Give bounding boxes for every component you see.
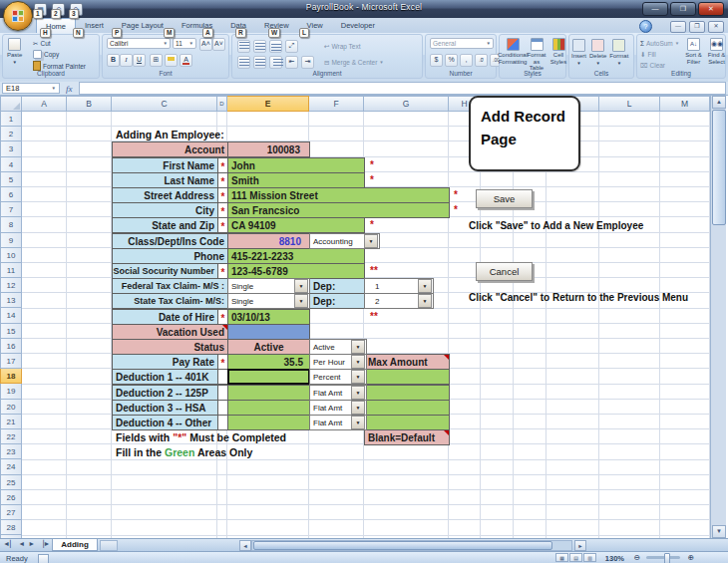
horizontal-scroll-thumb[interactable] xyxy=(253,541,552,550)
row-header-13[interactable]: 13 xyxy=(0,293,22,308)
tab-developer[interactable]: Developer xyxy=(332,18,384,33)
hire-date-input-cell[interactable]: 03/10/13 xyxy=(227,309,310,325)
workbook-close-button[interactable]: ✕ xyxy=(708,21,724,33)
class-code-dropdown[interactable]: Accounting▼ xyxy=(309,233,380,249)
normal-view-icon[interactable]: ▦ xyxy=(555,553,568,562)
row-header-5[interactable]: 5 xyxy=(0,172,22,187)
align-middle-icon[interactable] xyxy=(253,40,266,53)
row-header-17[interactable]: 17 xyxy=(0,354,22,369)
column-header-M[interactable]: M xyxy=(660,96,710,112)
format-cells-button[interactable]: Format▼ xyxy=(609,39,628,67)
autosum-button[interactable]: ΣAutoSum▼ xyxy=(640,39,679,48)
pay-rate-unit-dropdown[interactable]: Per Hour▼ xyxy=(309,354,367,370)
italic-button[interactable]: I xyxy=(120,54,133,67)
name-box[interactable]: E18▼ xyxy=(2,83,60,94)
align-right-icon[interactable] xyxy=(269,56,282,69)
street-input-cell[interactable]: 111 Mission Street xyxy=(227,187,450,203)
phone-input-cell[interactable]: 415-221-2233 xyxy=(227,248,365,264)
align-top-icon[interactable] xyxy=(237,40,250,53)
prev-sheet-icon[interactable]: ◄ xyxy=(18,540,25,548)
account-value-cell[interactable]: 100083 xyxy=(227,141,310,157)
next-sheet-icon[interactable]: ► xyxy=(28,540,35,548)
borders-icon[interactable]: ⊞ xyxy=(150,54,163,67)
vertical-scrollbar[interactable]: ▲ ▼ xyxy=(710,96,726,538)
dropdown-arrow-icon[interactable]: ▼ xyxy=(294,279,308,293)
zoom-slider-thumb[interactable] xyxy=(664,553,670,563)
column-header-F[interactable]: F xyxy=(309,96,364,112)
row-header-4[interactable]: 4 xyxy=(0,157,22,172)
row-header-1[interactable]: 1 xyxy=(0,112,22,127)
ded3-type-dropdown[interactable]: Flat Amt▼ xyxy=(309,400,367,416)
ded1-input-cell-selected[interactable] xyxy=(227,369,310,385)
percent-format-icon[interactable]: % xyxy=(445,54,458,67)
vertical-scroll-thumb[interactable] xyxy=(712,110,726,225)
dropdown-arrow-icon[interactable]: ▼ xyxy=(351,355,365,369)
fill-color-icon[interactable] xyxy=(165,54,178,67)
zoom-level[interactable]: 130% xyxy=(605,554,624,563)
city-input-cell[interactable]: San Francsico xyxy=(227,202,450,218)
status-dropdown[interactable]: Active▼ xyxy=(309,339,367,355)
workbook-restore-button[interactable]: ❐ xyxy=(689,21,705,33)
vacation-value-cell[interactable] xyxy=(227,324,310,340)
align-left-icon[interactable] xyxy=(237,56,250,69)
comma-format-icon[interactable]: , xyxy=(460,54,473,67)
zoom-slider[interactable] xyxy=(646,556,680,559)
dropdown-arrow-icon[interactable]: ▼ xyxy=(351,401,365,415)
minimize-button[interactable]: — xyxy=(642,2,668,16)
first-sheet-icon[interactable]: ◄▏ xyxy=(3,540,15,548)
macro-record-icon[interactable] xyxy=(38,554,49,563)
ded2-input-cell[interactable] xyxy=(227,385,310,401)
row-header-6[interactable]: 6 xyxy=(0,187,22,202)
find-select-button[interactable]: ◉◉ Find & Select xyxy=(706,38,727,65)
row-header-12[interactable]: 12 xyxy=(0,278,22,293)
number-format-combo[interactable]: General▼ xyxy=(430,38,494,49)
merge-center-button[interactable]: ⊟Merge & Center▼ xyxy=(324,58,384,67)
ded4-max-cell[interactable] xyxy=(364,415,450,430)
formula-input[interactable] xyxy=(79,82,727,95)
sort-filter-button[interactable]: A↓ Sort & Filter xyxy=(683,38,704,65)
cell-styles-button[interactable]: Cell Styles xyxy=(549,38,567,72)
row-header-27[interactable]: 27 xyxy=(0,505,22,520)
increase-decimal-icon[interactable]: .0⃗ xyxy=(475,54,488,67)
increase-indent-icon[interactable]: ⇥ xyxy=(301,56,314,69)
dropdown-arrow-icon[interactable]: ▼ xyxy=(351,370,365,384)
insert-cells-button[interactable]: Insert▼ xyxy=(571,39,586,67)
font-color-icon[interactable]: A xyxy=(180,54,192,67)
shrink-font-button[interactable]: A˅ xyxy=(212,38,225,51)
class-code-value-cell[interactable]: 8810 xyxy=(227,233,310,249)
scroll-up-icon[interactable]: ▲ xyxy=(712,96,726,109)
dropdown-arrow-icon[interactable]: ▼ xyxy=(294,294,308,308)
restore-button[interactable]: ❐ xyxy=(670,2,696,16)
currency-format-icon[interactable]: $ xyxy=(430,54,443,67)
state-tax-dropdown[interactable]: Single▼ xyxy=(227,293,310,309)
state-dep-dropdown[interactable]: 2▼ xyxy=(364,293,434,309)
scroll-right-icon[interactable]: ► xyxy=(574,540,586,551)
row-header-28[interactable]: 28 xyxy=(0,520,22,535)
dropdown-arrow-icon[interactable]: ▼ xyxy=(351,340,365,354)
row-header-20[interactable]: 20 xyxy=(0,400,22,415)
last-name-input-cell[interactable]: Smith xyxy=(227,172,365,188)
last-sheet-icon[interactable]: ▕► xyxy=(38,540,50,548)
column-header-A[interactable]: A xyxy=(22,96,67,112)
paste-button[interactable]: Paste▼ xyxy=(7,38,22,66)
decrease-indent-icon[interactable]: ⇤ xyxy=(285,56,298,69)
zoom-out-icon[interactable]: ⊖ xyxy=(634,553,640,562)
orientation-icon[interactable]: ⤢ xyxy=(285,40,298,53)
grow-font-button[interactable]: A˄ xyxy=(199,38,212,51)
ded1-max-cell[interactable] xyxy=(364,369,450,385)
sheet-tab-adding[interactable]: Adding xyxy=(52,539,98,551)
row-header-26[interactable]: 26 xyxy=(0,490,22,505)
column-header-B[interactable]: B xyxy=(67,96,112,112)
ssn-input-cell[interactable]: 123-45-6789 xyxy=(227,263,365,279)
select-all-button[interactable] xyxy=(0,96,22,112)
clear-button[interactable]: ⌧Clear xyxy=(640,61,679,70)
dropdown-arrow-icon[interactable]: ▼ xyxy=(418,279,432,293)
format-as-table-button[interactable]: Format as Table xyxy=(526,38,547,72)
align-center-icon[interactable] xyxy=(253,56,266,69)
bold-button[interactable]: B xyxy=(107,54,120,67)
row-header-3[interactable]: 3 xyxy=(0,141,22,156)
align-bottom-icon[interactable] xyxy=(269,40,282,53)
zoom-in-icon[interactable]: ⊕ xyxy=(688,553,694,562)
delete-cells-button[interactable]: Delete▼ xyxy=(589,39,606,67)
row-header-18[interactable]: 18 xyxy=(0,369,22,384)
